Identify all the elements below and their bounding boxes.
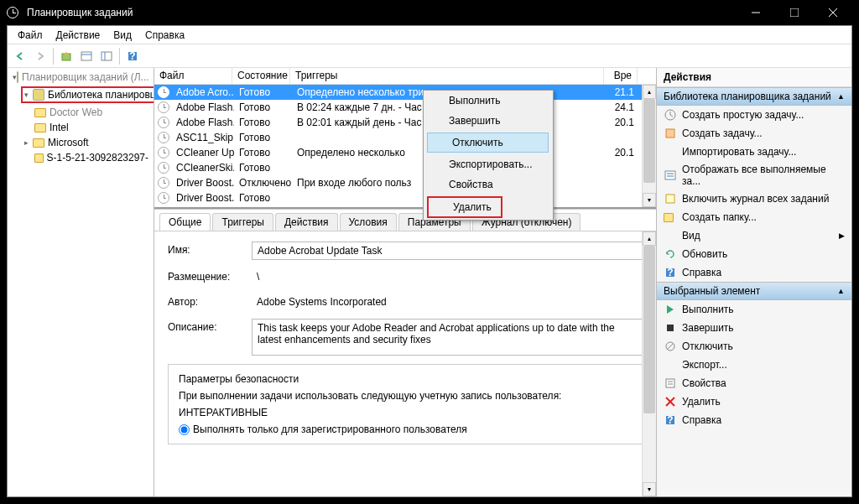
tab-triggers[interactable]: Триггеры (212, 213, 273, 231)
action-export[interactable]: Экспорт... (657, 356, 851, 374)
menu-file[interactable]: Файл (11, 27, 49, 44)
tree-library[interactable]: ▾ Библиотека планировщ (9, 85, 152, 105)
menu-view[interactable]: Вид (107, 27, 138, 44)
task-row[interactable]: CCleaner Up...ГотовоОпределено несколько… (154, 145, 656, 160)
play-icon (664, 303, 677, 316)
action-properties[interactable]: Свойства (657, 374, 851, 392)
folder-icon (33, 138, 44, 148)
action-run[interactable]: Выполнить (657, 300, 851, 319)
name-value[interactable]: Adobe Acrobat Update Task (252, 242, 643, 260)
tree-root[interactable]: ▾ Планировщик заданий (Л... (9, 70, 152, 85)
scheduler-icon (17, 71, 18, 83)
tree-doctor-web[interactable]: Doctor Web (9, 105, 152, 120)
radio-logged-user[interactable] (179, 424, 190, 435)
name-label: Имя: (168, 242, 252, 260)
context-properties[interactable]: Свойства (424, 174, 553, 195)
folder-icon (34, 123, 46, 132)
help-icon: ? (664, 266, 677, 279)
titlebar[interactable]: Планировщик заданий (0, 0, 859, 25)
task-row[interactable]: Driver Boost...Готово (154, 190, 656, 205)
action-end[interactable]: Завершить (657, 319, 851, 337)
desc-value[interactable]: This task keeps your Adobe Reader and Ac… (252, 319, 643, 356)
actions-panel: Действия Библиотека планировщика заданий… (657, 68, 851, 496)
help-icon: ? (664, 413, 677, 427)
svg-rect-4 (62, 54, 70, 60)
minimize-button[interactable] (737, 0, 775, 25)
action-import[interactable]: Импортировать задачу... (657, 143, 851, 161)
tree-intel[interactable]: Intel (9, 120, 152, 135)
task-list: Файл Состояние Триггеры Вре Adobe Acro..… (154, 68, 656, 209)
tab-conditions[interactable]: Условия (340, 213, 397, 231)
security-text: При выполнении задачи использовать следу… (179, 390, 632, 402)
tree-panel: ▾ Планировщик заданий (Л... ▾ Библиотека… (8, 68, 154, 496)
action-show-running[interactable]: Отображать все выполняемые за... (657, 161, 851, 190)
scrollbar[interactable]: ▴▾ (642, 85, 656, 207)
col-trigger[interactable]: Триггеры (290, 68, 604, 84)
library-icon (33, 89, 44, 101)
col-time[interactable]: Вре (604, 68, 638, 84)
panel-button-1[interactable] (77, 47, 96, 65)
maximize-button[interactable] (775, 0, 814, 25)
menubar: Файл Действие Вид Справка (8, 26, 851, 44)
svg-rect-7 (102, 52, 112, 60)
action-delete[interactable]: Удалить (657, 392, 851, 411)
context-disable[interactable]: Отключить (427, 132, 549, 153)
back-button[interactable] (11, 47, 29, 65)
properties-icon (664, 377, 677, 390)
action-new-folder[interactable]: Создать папку... (657, 208, 851, 226)
stop-icon (664, 321, 677, 335)
col-file[interactable]: Файл (154, 68, 232, 84)
task-row[interactable]: CCleanerSki...Готово (154, 160, 656, 175)
menu-action[interactable]: Действие (49, 27, 107, 44)
context-end[interactable]: Завершить (424, 111, 553, 131)
scrollbar[interactable]: ▴▾ (642, 231, 656, 496)
task-row[interactable]: ASC11_Skip...Готово (154, 130, 656, 145)
svg-rect-15 (665, 171, 675, 179)
context-export[interactable]: Экспортировать... (424, 154, 553, 174)
tree-microsoft[interactable]: ▸Microsoft (9, 135, 152, 150)
action-refresh[interactable]: Обновить (657, 245, 851, 263)
list-icon (664, 169, 677, 182)
svg-line-23 (667, 343, 674, 350)
author-label: Автор: (168, 294, 252, 310)
panel-button-2[interactable] (97, 47, 116, 65)
task-row[interactable]: Adobe Flash...ГотовоВ 02:01 каждый день … (154, 115, 656, 130)
context-delete[interactable]: Удалить (427, 196, 502, 218)
action-create-task[interactable]: Создать задачу... (657, 124, 851, 143)
toolbar: ? (8, 44, 851, 68)
tab-general[interactable]: Общие (159, 213, 211, 231)
svg-line-13 (670, 115, 673, 117)
action-enable-log[interactable]: Включить журнал всех заданий (657, 190, 851, 208)
task-row[interactable]: Adobe Acro...ГотовоОпределено несколько … (154, 85, 656, 100)
clock-icon (158, 177, 169, 189)
tree-sid[interactable]: S-1-5-21-3092823297- (9, 150, 152, 165)
desc-label: Описание: (168, 319, 252, 356)
clock-icon (158, 117, 169, 128)
close-button[interactable] (814, 0, 852, 25)
tab-actions[interactable]: Действия (275, 213, 338, 231)
context-run[interactable]: Выполнить (424, 91, 553, 111)
task-row[interactable]: Adobe Flash...ГотовоВ 02:24 каждые 7 дн.… (154, 100, 656, 115)
action-view[interactable]: Вид▶ (657, 226, 851, 245)
col-state[interactable]: Состояние (232, 68, 290, 84)
forward-button[interactable] (31, 47, 49, 65)
svg-rect-5 (81, 52, 91, 60)
action-create-simple[interactable]: Создать простую задачу... (657, 106, 851, 124)
author-value: Adobe Systems Incorporated (252, 294, 643, 310)
details-panel: Общие Триггеры Действия Условия Параметр… (154, 209, 656, 496)
actions-section-library[interactable]: Библиотека планировщика заданий▲ (657, 87, 851, 106)
help-button[interactable]: ? (123, 47, 142, 65)
action-help-2[interactable]: ?Справка (657, 411, 851, 429)
task-row[interactable]: Driver Boost...ОтключеноПри входе любого… (154, 175, 656, 190)
action-disable[interactable]: Отключить (657, 337, 851, 356)
window-title: Планировщик заданий (23, 7, 737, 18)
location-value: \ (252, 268, 643, 285)
action-help[interactable]: ?Справка (657, 263, 851, 282)
security-account: ИНТЕРАКТИВНЫЕ (179, 407, 632, 418)
menu-help[interactable]: Справка (138, 27, 191, 44)
svg-rect-24 (666, 379, 674, 387)
up-button[interactable] (57, 47, 75, 65)
clock-icon (158, 192, 169, 204)
actions-section-selected[interactable]: Выбранный элемент▲ (657, 282, 851, 300)
disable-icon (664, 340, 677, 353)
